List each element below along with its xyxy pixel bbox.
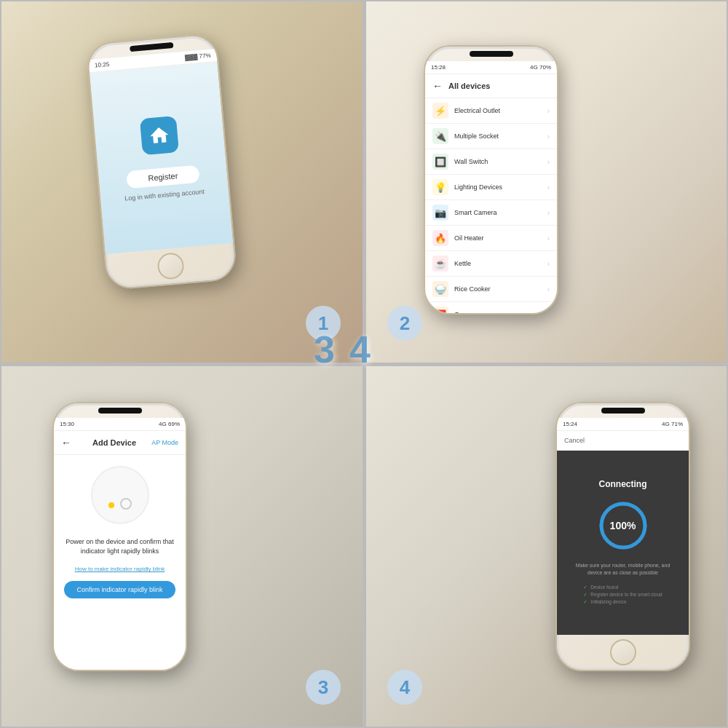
list-item[interactable]: 💡 Lighting Devices ›: [425, 175, 557, 200]
check-icon-2: ✓: [583, 592, 587, 597]
device-list: ⚡ Electrical Outlet › 🔌 Multiple Socket …: [425, 98, 557, 313]
connecting-header: Cancel: [557, 431, 689, 451]
add-device-title: Add Device: [92, 438, 136, 447]
screen-4: Cancel Connecting 100% Make sure your ro…: [557, 431, 689, 635]
cell-1: 10:25 ▓▓▓ 77% Register Log in with exist…: [0, 0, 364, 364]
progress-circle: 100%: [598, 500, 649, 551]
phone-notch-3: [98, 408, 142, 414]
cell-4: 15:24 4G 71% Cancel Connecting: [364, 364, 728, 728]
phone-3: 15:30 4G 69% ← Add Device AP Mode: [52, 402, 187, 671]
register-screen: Register Log in with existing account: [90, 62, 233, 254]
list-item[interactable]: ⚡ Electrical Outlet ›: [425, 98, 557, 124]
connecting-description: Make sure your router, mobile phone, and…: [557, 562, 689, 577]
home-icon: [148, 124, 172, 148]
status-bar-3: 15:30 4G 69%: [54, 418, 186, 431]
check-icon-3: ✓: [583, 599, 587, 604]
list-item[interactable]: 🟥 Oven ›: [425, 302, 557, 313]
phone-notch-2: [470, 51, 513, 57]
back-arrow-2[interactable]: ←: [432, 80, 443, 92]
progress-percent: 100%: [610, 520, 636, 531]
cell-2: 15:28 4G 70% ← All devices ⚡ Electrical …: [364, 0, 728, 364]
ap-mode-label[interactable]: AP Mode: [151, 439, 178, 446]
device-visual: [54, 455, 186, 531]
instruction-text: Power on the device and confirm that ind…: [54, 531, 186, 561]
step-badge-3: 3: [306, 670, 341, 705]
center-step-4: 4: [349, 328, 371, 371]
device-circle: [91, 466, 149, 524]
step-badge-2: 2: [387, 306, 422, 341]
phone-notch-1: [130, 42, 173, 52]
status-bar-2: 15:28 4G 70%: [425, 61, 557, 74]
phone-2: 15:28 4G 70% ← All devices ⚡ Electrical …: [424, 45, 558, 314]
list-item[interactable]: 🔲 Wall Switch ›: [425, 149, 557, 175]
add-device-header: ← Add Device AP Mode: [54, 431, 186, 455]
register-button[interactable]: Register: [125, 165, 200, 189]
step-badge-4: 4: [387, 670, 422, 705]
all-devices-screen: ← All devices ⚡ Electrical Outlet › 🔌 Mu…: [425, 74, 557, 313]
screen-header-2: ← All devices: [425, 74, 557, 98]
home-button-1[interactable]: [157, 252, 185, 280]
home-button-4[interactable]: [610, 639, 636, 665]
back-arrow-3[interactable]: ←: [61, 437, 71, 448]
list-item[interactable]: 🍚 Rice Cooker ›: [425, 277, 557, 302]
confirm-blink-button[interactable]: Confirm indicator rapidly blink: [64, 581, 175, 598]
add-device-screen: ← Add Device AP Mode Power on the device…: [54, 431, 186, 670]
list-item[interactable]: 🔥 Oil Heater ›: [425, 226, 557, 251]
status-bar-4: 15:24 4G 71%: [557, 418, 689, 431]
screen-2: ← All devices ⚡ Electrical Outlet › 🔌 Mu…: [425, 74, 557, 313]
connecting-steps-list: ✓Device found ✓Register device to the sm…: [572, 584, 673, 606]
screen-3: ← Add Device AP Mode Power on the device…: [54, 431, 186, 670]
app-icon: [140, 116, 179, 155]
list-item[interactable]: 📷 Smart Camera ›: [425, 200, 557, 226]
list-item[interactable]: ☕ Kettle ›: [425, 251, 557, 277]
login-link[interactable]: Log in with existing account: [124, 188, 205, 202]
phone-4: 15:24 4G 71% Cancel Connecting: [555, 402, 690, 671]
step-device-found: ✓Device found: [583, 584, 662, 591]
blink-link[interactable]: How to make indicator rapidly blink: [54, 561, 186, 577]
center-step-3: 3: [314, 328, 335, 371]
check-icon-1: ✓: [583, 585, 587, 590]
connecting-screen: Cancel Connecting 100% Make sure your ro…: [557, 431, 689, 635]
power-icon: [120, 498, 132, 510]
step-numbers-center: 3 4: [314, 328, 371, 371]
screen-1: Register Log in with existing account: [90, 62, 233, 254]
connecting-title: Connecting: [599, 479, 647, 489]
step-register: ✓Register device to the smart cloud: [583, 591, 662, 598]
cancel-label[interactable]: Cancel: [564, 437, 585, 444]
cell-3: 15:30 4G 69% ← Add Device AP Mode: [0, 364, 364, 728]
step-initialize: ✓Initializing device: [583, 598, 662, 606]
phone-1: 10:25 ▓▓▓ 77% Register Log in with exist…: [86, 33, 238, 290]
phone-notch-4: [601, 408, 645, 414]
connecting-content: Connecting 100% Make sure your router, m…: [557, 451, 689, 635]
list-item[interactable]: 🔌 Multiple Socket ›: [425, 124, 557, 149]
screen-title-2: All devices: [448, 82, 490, 90]
indicator-dot: [108, 502, 114, 508]
